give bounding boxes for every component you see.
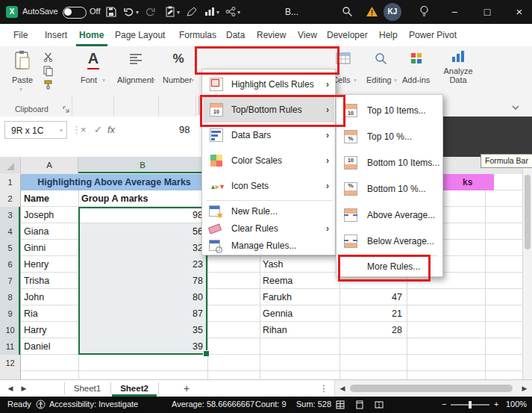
cell-a2[interactable]: Name [24, 190, 76, 207]
row-number[interactable]: 6 [0, 256, 20, 273]
cell-right-mark[interactable]: 28 [339, 322, 402, 338]
cell-mark[interactable]: 87 [78, 305, 203, 322]
cell-name[interactable]: Giana [24, 223, 76, 240]
cell-mark[interactable]: 56 [78, 223, 203, 240]
undo-dropdown-icon[interactable]: ▾ [136, 9, 139, 16]
user-avatar[interactable]: KJ [384, 3, 401, 21]
cancel-entry-icon[interactable]: × [81, 124, 87, 135]
cell-mark[interactable]: 23 [78, 256, 203, 273]
submenu-item-below-average[interactable]: Below Average... [337, 228, 442, 254]
row-number[interactable]: 2 [0, 190, 20, 207]
row-number[interactable]: 8 [0, 289, 20, 305]
insert-function-button[interactable]: fx [107, 124, 115, 135]
zoom-out-icon[interactable]: − [442, 400, 446, 409]
clipboard-dialog-launcher-icon[interactable] [63, 105, 69, 115]
minimize-button[interactable]: − [442, 0, 467, 24]
row-number[interactable]: 7 [0, 273, 20, 289]
zoom-slider-thumb[interactable] [469, 401, 472, 409]
clipboard-pen-icon[interactable] [166, 6, 175, 19]
tab-formulas[interactable]: Formulas [179, 30, 216, 40]
collapse-ribbon-icon[interactable] [512, 102, 519, 112]
copy-icon[interactable] [43, 66, 53, 78]
cell-name[interactable]: Harry [24, 322, 76, 338]
font-group-button[interactable]: A Font ▾ [76, 50, 110, 95]
cell-right-name[interactable]: Farukh [263, 289, 337, 305]
cut-icon[interactable] [43, 52, 53, 64]
tab-review[interactable]: Review [257, 30, 286, 40]
cell-mark[interactable]: 39 [78, 338, 203, 355]
cell-right-name[interactable]: Rihan [263, 322, 337, 338]
tab-page-layout[interactable]: Page Layout [115, 30, 165, 40]
sheet-nav-left-icon[interactable]: ◀ [4, 380, 16, 397]
sharing-icon[interactable] [225, 7, 236, 19]
chart-dropdown-icon[interactable]: ▾ [216, 9, 219, 16]
cell-mark[interactable]: 35 [78, 322, 203, 338]
cell-right-mark[interactable]: 21 [339, 305, 402, 322]
cell-mark[interactable]: 80 [78, 289, 203, 305]
cell-right-mark[interactable]: 47 [339, 289, 402, 305]
vertical-scrollbar-thumb[interactable] [525, 175, 531, 249]
select-all-corner[interactable] [0, 157, 21, 173]
menu-item-icon-sets[interactable]: ▲►▼ Icon Sets› [203, 173, 334, 199]
menu-item-clear-rules[interactable]: Clear Rules› [203, 220, 334, 237]
submenu-item-top-10-percent[interactable]: % Top 10 %... [337, 123, 442, 149]
sharing-dropdown-icon[interactable]: ▾ [237, 9, 240, 16]
row-number[interactable]: 9 [0, 305, 20, 322]
cell-name[interactable]: Trisha [24, 273, 76, 289]
menu-item-new-rule[interactable]: ✱ New Rule... [203, 202, 334, 220]
normal-view-icon[interactable] [336, 400, 345, 412]
tab-insert[interactable]: Insert [45, 30, 67, 40]
zoom-slider[interactable] [451, 404, 489, 406]
menu-item-color-scales[interactable]: Color Scales› [203, 148, 334, 173]
tab-home[interactable]: Home [79, 30, 104, 40]
tab-help[interactable]: Help [379, 30, 398, 40]
hscroll-right-icon[interactable]: ▶ [520, 380, 529, 397]
row-number[interactable]: 3 [0, 207, 20, 223]
cell-name[interactable]: Ginni [24, 240, 76, 256]
vertical-scrollbar[interactable] [522, 157, 532, 379]
alert-warning-icon[interactable] [366, 6, 378, 19]
tab-developer[interactable]: Developer [327, 30, 368, 40]
format-painter-icon[interactable] [43, 80, 53, 92]
autosave-toggle[interactable] [63, 7, 87, 19]
chart-icon[interactable] [204, 7, 215, 19]
cell-mark[interactable]: 98 [78, 207, 203, 223]
addins-group-button[interactable]: Add-ins [401, 50, 431, 95]
alignment-group-button[interactable]: Alignment ▾ [116, 50, 155, 95]
analyze-data-button[interactable]: Analyze Data [439, 49, 478, 96]
tab-file[interactable]: File [13, 30, 28, 40]
cell-mark[interactable]: 78 [78, 273, 203, 289]
submenu-item-bottom-10-percent[interactable]: % Bottom 10 %... [337, 176, 442, 202]
row-number[interactable]: 1 [0, 174, 20, 190]
confirm-entry-icon[interactable]: ✓ [94, 124, 102, 135]
horizontal-scrollbar-thumb[interactable] [350, 385, 513, 392]
cell-right-name[interactable]: Reema [263, 273, 337, 289]
selection-fill-handle[interactable] [203, 350, 210, 357]
zoom-level[interactable]: 100% [506, 400, 527, 409]
tab-view[interactable]: View [298, 30, 317, 40]
maximize-button[interactable]: □ [475, 0, 500, 24]
add-sheet-button[interactable]: + [179, 380, 194, 397]
cell-name[interactable]: John [24, 289, 76, 305]
cell-name[interactable]: Joseph [24, 207, 76, 223]
lightbulb-icon[interactable] [419, 5, 429, 20]
redo-icon[interactable] [145, 7, 155, 19]
clipboard-pen-dropdown-icon[interactable]: ▾ [177, 9, 180, 16]
menu-item-manage-rules[interactable]: Manage Rules... [203, 237, 334, 254]
zoom-in-icon[interactable]: + [494, 400, 498, 409]
cell-right-merged-title-partial[interactable]: ks [443, 174, 494, 190]
sheet-nav-right-icon[interactable]: ▶ [18, 380, 30, 397]
submenu-item-above-average[interactable]: Above Average... [337, 202, 442, 228]
close-button[interactable]: × [507, 0, 532, 24]
tab-overflow-icon[interactable]: ⋮ [319, 380, 328, 397]
formula-bar-value[interactable]: 98 [179, 124, 190, 135]
submenu-item-bottom-10-items[interactable]: 10 Bottom 10 Items... [337, 149, 442, 176]
cell-a1-merged-title[interactable]: Highlighting Above Average Marks [21, 174, 207, 190]
row-number[interactable]: 12 [0, 355, 20, 371]
menu-item-highlight-cells-rules[interactable]: Highlight Cells Rules› [203, 72, 334, 97]
ink-pen-icon[interactable] [187, 7, 197, 19]
tab-power-pivot[interactable]: Power Pivot [409, 30, 457, 40]
accessibility-status[interactable]: Accessibility: Investigate [49, 400, 138, 409]
cell-name[interactable]: Henry [24, 256, 76, 273]
column-header-a[interactable]: A [21, 157, 78, 173]
